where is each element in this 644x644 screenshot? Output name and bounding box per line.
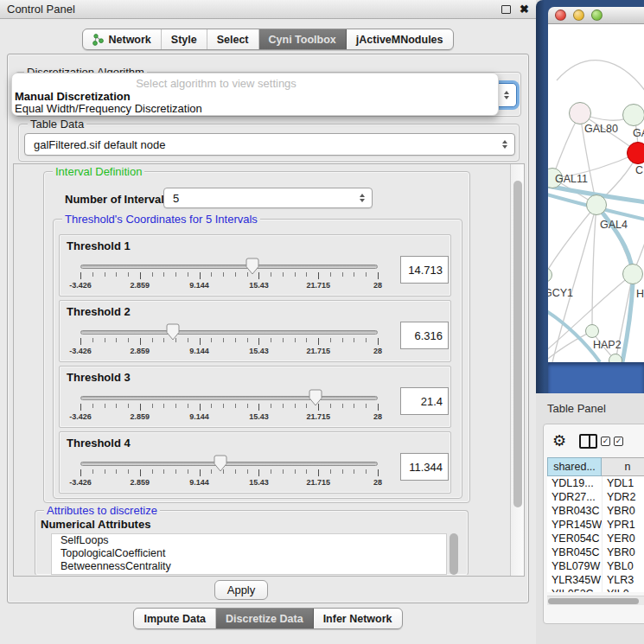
cell-shared-name[interactable]: YBR045C	[547, 545, 603, 559]
cell-name[interactable]: YPR1	[603, 518, 644, 532]
tick-mark	[163, 404, 164, 408]
tick-mark	[354, 338, 354, 342]
node-table-card: ⚙ ✓ ✓ shared... n YDL19...YDL1YDR27...YD…	[543, 424, 644, 624]
attribute-item[interactable]: BetweennessCentrality	[52, 560, 446, 573]
threshold-value-field[interactable]: 6.316	[400, 322, 449, 349]
gear-icon[interactable]: ⚙	[552, 433, 566, 449]
table-horizontal-scrollbar[interactable]	[547, 596, 644, 605]
bottom-tab-impute-data[interactable]: Impute Data	[134, 609, 216, 628]
table-row[interactable]: YDL19...YDL1	[547, 476, 644, 490]
slider-tick-labels: -3.4262.8599.14415.4321.71528	[80, 478, 378, 488]
table-row[interactable]: YBL079WYBL0	[547, 559, 644, 573]
table-data-combobox[interactable]: galFiltered.sif default node	[24, 133, 515, 156]
threshold-value-field[interactable]: 21.4	[400, 387, 449, 415]
slider-track[interactable]	[80, 396, 378, 400]
threshold-slider[interactable]: -3.4262.8599.14415.4321.71528	[80, 389, 378, 425]
cell-name[interactable]: YER0	[603, 532, 644, 545]
tab-cyni-toolbox[interactable]: Cyni Toolbox	[259, 29, 347, 49]
attributes-list-scrollbar[interactable]	[450, 533, 458, 575]
tab-style[interactable]: Style	[162, 29, 207, 49]
table-row[interactable]: YDR27...YDR2	[547, 490, 644, 504]
tick-mark	[211, 404, 212, 408]
select-columns-checkbox-icon[interactable]: ✓	[601, 437, 610, 446]
tick-label: 15.43	[249, 281, 269, 290]
settings-scrollbar-thumb[interactable]	[513, 181, 522, 507]
cell-name[interactable]: YBR0	[603, 545, 644, 559]
table-row[interactable]: YIL052CYIL0	[547, 587, 644, 592]
attribute-item[interactable]: TopologicalCoefficient	[52, 547, 446, 560]
threshold-slider[interactable]: -3.4262.8599.14415.4321.71528	[80, 323, 378, 360]
cell-shared-name[interactable]: YLR345W	[547, 573, 603, 587]
slider-track[interactable]	[80, 330, 378, 335]
network-node-ga[interactable]	[622, 104, 644, 126]
table-row[interactable]: YPR145WYPR1	[547, 518, 644, 532]
zoom-window-icon[interactable]	[591, 10, 603, 21]
cell-name[interactable]: YLR3	[603, 573, 644, 587]
combo-stepper-icon	[502, 140, 507, 149]
cell-name[interactable]: YBL0	[603, 559, 644, 573]
slider-track[interactable]	[80, 462, 378, 466]
node-label: C	[635, 164, 643, 176]
tick-label: 21.715	[306, 412, 330, 421]
float-panel-icon[interactable]	[501, 5, 511, 14]
threshold-value-field[interactable]: 14.713	[400, 256, 449, 284]
network-window-titlebar[interactable]	[548, 7, 644, 24]
popup-item-equal-width-frequency[interactable]: Equal Width/Frequency Discretization	[15, 102, 202, 115]
table-row[interactable]: YBR045CYBR0	[547, 545, 644, 559]
network-node-gal80[interactable]	[569, 102, 591, 124]
number-of-intervals-combobox[interactable]: 5	[163, 188, 373, 208]
tick-mark	[330, 338, 331, 342]
threshold-slider[interactable]: -3.4262.8599.14415.4321.71528	[80, 455, 378, 491]
cell-shared-name[interactable]: YPR145W	[547, 518, 603, 532]
popup-item-manual-discretization[interactable]: Manual Discretization	[15, 90, 131, 103]
attribute-item[interactable]: SelfLoops	[52, 534, 446, 547]
cell-shared-name[interactable]: YDR27...	[547, 490, 603, 504]
network-node-hap2[interactable]	[585, 324, 599, 338]
close-panel-icon[interactable]: ✖	[520, 5, 529, 14]
threshold-coordinates-title: Threshold's Coordinates for 5 Intervals	[62, 213, 260, 226]
threshold-slider[interactable]: -3.4262.8599.14415.4321.71528	[80, 258, 378, 294]
tab-network[interactable]: Network	[83, 29, 161, 49]
cell-shared-name[interactable]: YDL19...	[547, 476, 603, 490]
table-hscrollbar-thumb[interactable]	[548, 598, 639, 604]
cell-shared-name[interactable]: YBR043C	[547, 504, 603, 518]
tab-select[interactable]: Select	[207, 29, 259, 49]
minimize-window-icon[interactable]	[573, 10, 584, 21]
network-node-gal4[interactable]	[586, 194, 607, 215]
settings-vertical-scrollbar[interactable]	[510, 164, 524, 576]
network-canvas[interactable]: GAL80GACGAL11GAL4GCY1HHAP2	[548, 24, 644, 362]
cell-name[interactable]: YDL1	[603, 476, 644, 490]
cell-name[interactable]: YBR0	[603, 504, 644, 518]
tick-mark	[152, 469, 153, 474]
network-node-c[interactable]	[627, 142, 644, 164]
table-row[interactable]: YLR345WYLR3	[547, 573, 644, 587]
tick-mark	[80, 469, 81, 476]
cell-shared-name[interactable]: YER054C	[547, 532, 603, 545]
table-row[interactable]: YBR043CYBR0	[547, 504, 644, 518]
select-all-checkbox-icon[interactable]: ✓	[614, 437, 623, 446]
threshold-row: Threshold 2 -3.4262.8599.14415.4321.7152…	[59, 300, 451, 362]
close-window-icon[interactable]	[555, 10, 566, 21]
tick-mark	[175, 469, 176, 474]
network-node-h[interactable]	[622, 264, 643, 284]
slider-track[interactable]	[80, 265, 378, 269]
bottom-tab-discretize-data[interactable]: Discretize Data	[216, 609, 314, 628]
attributes-scrollbar-thumb[interactable]	[450, 533, 458, 575]
cell-shared-name[interactable]: YIL052C	[547, 587, 603, 592]
apply-button[interactable]: Apply	[214, 580, 268, 600]
threshold-value-field[interactable]: 11.344	[400, 453, 449, 481]
tick-mark	[378, 338, 379, 345]
cell-shared-name[interactable]: YBL079W	[547, 559, 603, 573]
table-toolbar: ⚙ ✓ ✓	[544, 424, 644, 457]
split-columns-icon[interactable]	[579, 434, 597, 449]
numerical-attributes-list[interactable]: SelfLoopsTopologicalCoefficientBetweenne…	[51, 533, 447, 575]
cell-name[interactable]: YDR2	[603, 490, 644, 504]
cell-name[interactable]: YIL0	[603, 587, 644, 592]
column-header-shared-name[interactable]: shared...	[547, 457, 602, 476]
network-node[interactable]	[609, 354, 622, 362]
tab-jactivemnodules[interactable]: jActiveMNodules	[347, 29, 453, 49]
table-row[interactable]: YER054CYER0	[547, 532, 644, 545]
bottom-tab-infer-network[interactable]: Infer Network	[314, 609, 402, 628]
slider-tick-labels: -3.4262.8599.14415.4321.71528	[80, 281, 378, 291]
column-header-name[interactable]: n	[602, 457, 644, 476]
